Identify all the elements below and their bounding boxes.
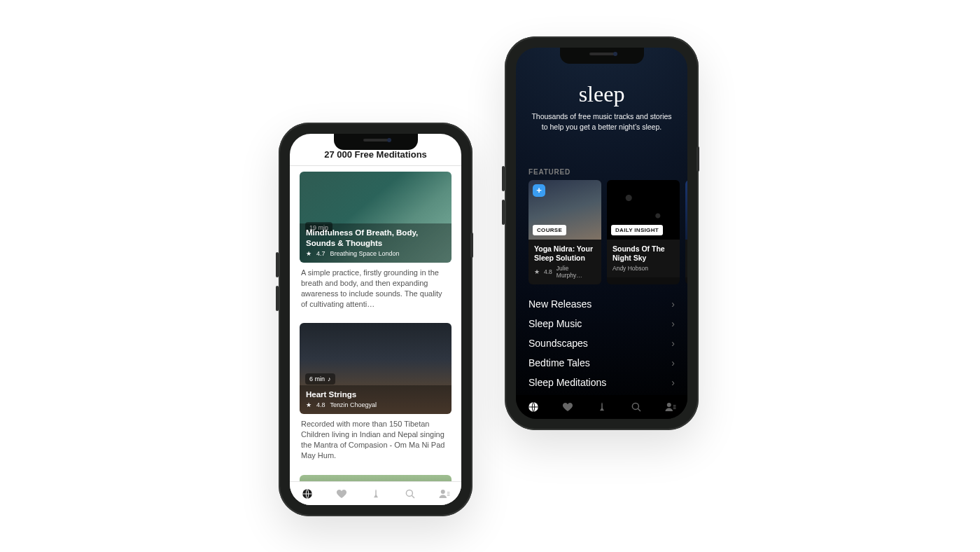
- phone-light: 27 000 Free Meditations 19 min Mindfulne…: [279, 123, 472, 516]
- hero-subtitle: Thousands of free music tracks and stori…: [528, 111, 675, 132]
- hands-icon[interactable]: [370, 488, 382, 500]
- card-author: Breathing Space London: [330, 250, 400, 257]
- search-icon[interactable]: [630, 401, 643, 413]
- featured-carousel[interactable]: + COURSE Yoga Nidra: Your Sleep Solution…: [516, 180, 687, 284]
- person-icon[interactable]: [438, 488, 451, 500]
- chevron-right-icon: ›: [671, 357, 675, 368]
- category-row[interactable]: Soundscapes ›: [528, 333, 675, 353]
- notch: [334, 134, 418, 150]
- row-label: Sleep Meditations: [528, 377, 606, 388]
- phone-dark: sleep Thousands of free music tracks and…: [505, 36, 699, 430]
- svg-point-2: [440, 490, 444, 494]
- notch: [560, 48, 644, 64]
- star-icon: ★: [306, 250, 312, 257]
- card-tag: COURSE: [533, 225, 566, 235]
- svg-point-1: [406, 490, 412, 496]
- row-label: Soundscapes: [528, 338, 588, 349]
- category-row[interactable]: Sleep Meditations ›: [528, 373, 675, 392]
- plus-icon[interactable]: +: [533, 184, 545, 197]
- hands-icon[interactable]: [596, 401, 608, 413]
- duration-chip: 6 min ♪: [305, 373, 335, 385]
- card-rating: 4.7: [316, 250, 326, 257]
- meditation-card[interactable]: [300, 475, 451, 481]
- chevron-right-icon: ›: [671, 298, 675, 310]
- heart-icon[interactable]: [561, 401, 574, 413]
- featured-card[interactable]: S R ★: [685, 180, 687, 284]
- card-title: Heart Strings: [306, 389, 445, 399]
- chevron-right-icon: ›: [671, 338, 675, 349]
- duration-label: 6 min: [309, 375, 325, 382]
- hero-title: sleep: [528, 81, 675, 107]
- meditation-feed[interactable]: 19 min Mindfulness Of Breath, Body, Soun…: [290, 166, 461, 481]
- card-tag: DAILY INSIGHT: [611, 225, 663, 235]
- featured-rating: 4.8: [544, 268, 552, 275]
- featured-title: Sounds Of The Night Sky: [612, 244, 674, 263]
- heart-icon[interactable]: [335, 488, 348, 500]
- section-label: FEATURED: [516, 142, 687, 180]
- card-description: Recorded with more than 150 Tibetan Chil…: [300, 414, 451, 469]
- tab-bar: [290, 481, 461, 505]
- globe-icon[interactable]: [301, 488, 314, 500]
- category-list: New Releases › Sleep Music › Soundscapes…: [516, 284, 687, 392]
- meditation-card[interactable]: 6 min ♪ Heart Strings ★ 4.8 Tenzin Choeg…: [300, 323, 451, 414]
- featured-title: Yoga Nidra: Your Sleep Solution: [534, 244, 596, 263]
- svg-point-5: [666, 403, 671, 407]
- star-icon: ★: [534, 268, 540, 275]
- featured-card[interactable]: + COURSE Yoga Nidra: Your Sleep Solution…: [528, 180, 601, 284]
- person-icon[interactable]: [664, 401, 677, 413]
- featured-author: Andy Hobson: [612, 265, 648, 272]
- search-icon[interactable]: [404, 488, 416, 500]
- row-label: New Releases: [528, 298, 592, 310]
- chevron-right-icon: ›: [671, 318, 675, 329]
- card-author: Tenzin Choegyal: [330, 401, 377, 408]
- phone-dark-screen: sleep Thousands of free music tracks and…: [516, 48, 687, 419]
- phone-light-screen: 27 000 Free Meditations 19 min Mindfulne…: [290, 134, 461, 505]
- featured-author: Julie Murphy…: [556, 265, 596, 279]
- globe-icon[interactable]: [527, 401, 540, 413]
- card-description: A simple practice, firstly grounding in …: [300, 263, 451, 317]
- svg-point-4: [632, 403, 638, 409]
- featured-card[interactable]: DAILY INSIGHT Sounds Of The Night Sky An…: [607, 180, 680, 284]
- category-row[interactable]: Sleep Music ›: [528, 314, 675, 333]
- card-rating: 4.8: [316, 401, 326, 408]
- tab-bar: [516, 395, 687, 419]
- star-icon: ★: [306, 401, 312, 408]
- music-icon: ♪: [328, 375, 331, 382]
- row-label: Bedtime Tales: [528, 357, 590, 368]
- chevron-right-icon: ›: [671, 377, 675, 388]
- card-title: Mindfulness Of Breath, Body, Sounds & Th…: [306, 228, 445, 248]
- row-label: Sleep Music: [528, 318, 582, 329]
- meditation-card[interactable]: 19 min Mindfulness Of Breath, Body, Soun…: [300, 172, 451, 263]
- category-row[interactable]: New Releases ›: [528, 294, 675, 314]
- category-row[interactable]: Bedtime Tales ›: [528, 353, 675, 373]
